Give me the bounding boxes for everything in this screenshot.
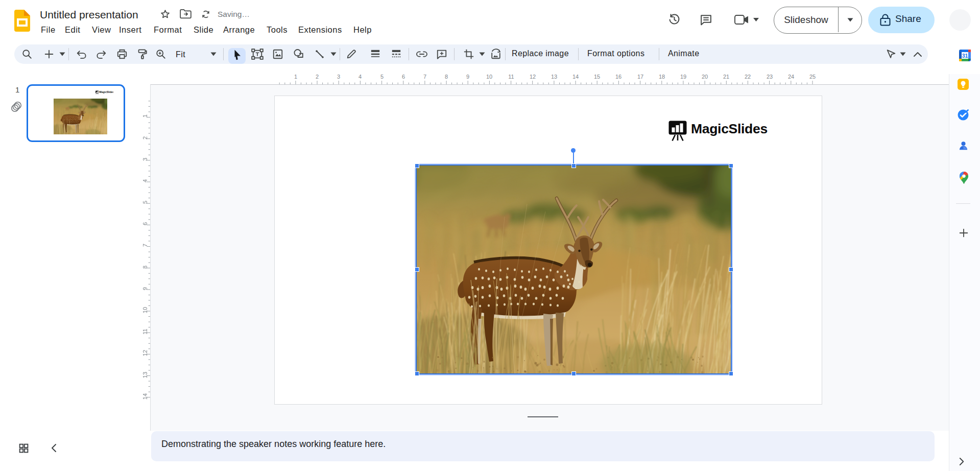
svg-text:MagicSlides: MagicSlides	[100, 90, 114, 93]
svg-text:31: 31	[962, 53, 968, 59]
